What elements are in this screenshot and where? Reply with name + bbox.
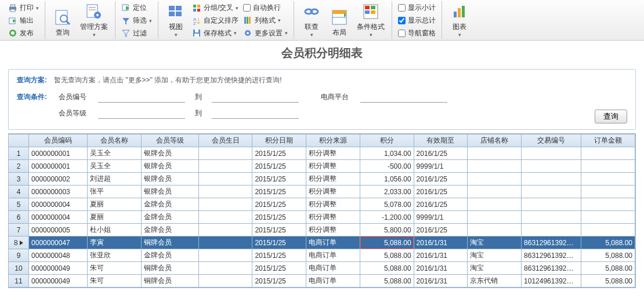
col-header-1[interactable]: 会员名称	[88, 134, 142, 147]
cell-shop[interactable]	[468, 198, 522, 211]
link-big-button[interactable]: 联查▾	[298, 1, 325, 39]
cell-bd[interactable]	[198, 262, 252, 275]
cell-name[interactable]: 朱可	[88, 262, 142, 275]
col-header-8[interactable]: 店铺名称	[468, 134, 522, 147]
filter2-button[interactable]: 过滤	[119, 27, 154, 39]
table-row[interactable]: 20000000001吴玉全银牌会员2015/1/25积分调整-500.0099…	[9, 160, 635, 173]
sort-button[interactable]: AZ自定义排序	[190, 15, 241, 27]
member-level-to-input[interactable]	[212, 107, 299, 119]
view-big-button[interactable]: 视图▾	[162, 1, 190, 39]
cell-code[interactable]: 0000000049	[29, 262, 88, 275]
cell-txn[interactable]: 86312961392…	[522, 249, 581, 262]
cell-date[interactable]: 2015/1/25	[252, 236, 306, 249]
cell-src[interactable]: 电商订单	[306, 275, 360, 288]
col-header-0[interactable]: 会员编码	[29, 134, 88, 147]
cell-bd[interactable]	[198, 249, 252, 262]
cell-name[interactable]: 夏丽	[88, 211, 142, 224]
col-header-2[interactable]: 会员等级	[141, 134, 198, 147]
cell-src[interactable]: 积分调整	[306, 198, 360, 211]
condfmt-big-button[interactable]: 条件格式▾	[353, 1, 388, 39]
cell-shop[interactable]	[468, 160, 522, 173]
cell-lvl[interactable]: 银牌会员	[141, 185, 198, 198]
cell-exp[interactable]: 9999/1/1	[414, 160, 468, 173]
cell-exp[interactable]: 2016/1/25	[414, 147, 468, 160]
cell-code[interactable]: 0000000049	[29, 275, 88, 288]
table-row[interactable]: 40000000003张平银牌会员2015/1/25积分调整2,033.0020…	[9, 185, 635, 198]
cell-code[interactable]: 0000000003	[29, 185, 88, 198]
table-row[interactable]: 60000000004夏丽金牌会员2015/1/25积分调整-1,200.009…	[9, 211, 635, 224]
cell-bd[interactable]	[198, 185, 252, 198]
cell-name[interactable]: 夏丽	[88, 198, 142, 211]
cell-code[interactable]: 0000000002	[29, 173, 88, 185]
cell-pts[interactable]: 1,034.00	[360, 147, 414, 160]
cell-lvl[interactable]: 铜牌会员	[141, 236, 198, 249]
print-button[interactable]: 打印▾	[6, 2, 41, 14]
cell-txn[interactable]: 86312961392…	[522, 262, 581, 275]
col-header-5[interactable]: 积分来源	[306, 134, 360, 147]
cell-lvl[interactable]: 金牌会员	[141, 249, 198, 262]
more-button[interactable]: 更多设置▾	[241, 27, 290, 39]
cell-exp[interactable]: 2016/1/31	[414, 262, 468, 275]
savefmt-button[interactable]: 保存格式▾	[190, 27, 241, 39]
cell-amt[interactable]	[581, 173, 635, 185]
autowrap-check[interactable]: 自动换行	[241, 2, 290, 14]
cell-src[interactable]: 积分调整	[306, 224, 360, 236]
cell-shop[interactable]: 淘宝	[468, 249, 522, 262]
publish-button[interactable]: 发布	[6, 27, 41, 39]
cell-name[interactable]: 张亚欣	[88, 249, 142, 262]
cell-date[interactable]: 2015/1/25	[252, 262, 306, 275]
cell-code[interactable]: 0000000005	[29, 224, 88, 236]
cell-pts[interactable]: 5,088.00	[360, 275, 414, 288]
cell-amt[interactable]: 5,088.00	[581, 236, 635, 249]
layout-big-button[interactable]: 布局	[325, 1, 353, 39]
locate-button[interactable]: 定位	[119, 2, 154, 14]
cell-shop[interactable]: 淘宝	[468, 262, 522, 275]
cell-lvl[interactable]: 银牌会员	[141, 147, 198, 160]
cell-shop[interactable]	[468, 224, 522, 236]
colfmt-button[interactable]: 列格式▾	[241, 15, 290, 27]
col-header-10[interactable]: 订单金额	[581, 134, 635, 147]
cell-date[interactable]: 2015/1/25	[252, 224, 306, 236]
cell-code[interactable]: 0000000004	[29, 198, 88, 211]
table-row[interactable]: 8 0000000047李寅铜牌会员2015/1/25电商订单5,088.002…	[9, 236, 635, 249]
cell-txn[interactable]: 10124961392…	[522, 275, 581, 288]
cell-name[interactable]: 杜小姐	[88, 224, 142, 236]
cell-shop[interactable]	[468, 211, 522, 224]
member-id-to-input[interactable]	[212, 91, 299, 103]
cell-pts[interactable]: 5,088.00	[360, 262, 414, 275]
cell-lvl[interactable]: 银牌会员	[141, 160, 198, 173]
cell-src[interactable]: 积分调整	[306, 147, 360, 160]
subtotal-check[interactable]: 显示小计	[396, 2, 438, 14]
table-row[interactable]: 110000000049朱可铜牌会员2015/1/25电商订单5,088.002…	[9, 275, 635, 288]
cell-pts[interactable]: -500.00	[360, 160, 414, 173]
cell-date[interactable]: 2015/1/25	[252, 160, 306, 173]
cell-lvl[interactable]: 金牌会员	[141, 211, 198, 224]
cell-amt[interactable]	[581, 160, 635, 173]
cell-bd[interactable]	[198, 236, 252, 249]
table-row[interactable]: 70000000005杜小姐金牌会员2015/1/25积分调整5,800.002…	[9, 224, 635, 236]
cell-txn[interactable]	[522, 147, 581, 160]
cell-name[interactable]: 张平	[88, 185, 142, 198]
cell-exp[interactable]: 2016/1/25	[414, 185, 468, 198]
cell-src[interactable]: 电商订单	[306, 262, 360, 275]
cell-pts[interactable]: 1,056.00	[360, 173, 414, 185]
cell-date[interactable]: 2015/1/25	[252, 147, 306, 160]
cell-date[interactable]: 2015/1/25	[252, 198, 306, 211]
cell-pts[interactable]: 5,800.00	[360, 224, 414, 236]
cell-src[interactable]: 积分调整	[306, 211, 360, 224]
cell-shop[interactable]: 京东代销	[468, 275, 522, 288]
cell-exp[interactable]: 2016/1/25	[414, 198, 468, 211]
cell-code[interactable]: 0000000048	[29, 249, 88, 262]
cell-txn[interactable]	[522, 173, 581, 185]
col-header-4[interactable]: 积分日期	[252, 134, 306, 147]
cell-txn[interactable]	[522, 185, 581, 198]
cell-shop[interactable]	[468, 185, 522, 198]
cell-bd[interactable]	[198, 147, 252, 160]
cell-date[interactable]: 2015/1/25	[252, 185, 306, 198]
cell-name[interactable]: 朱可	[88, 275, 142, 288]
cell-exp[interactable]: 9999/1/1	[414, 211, 468, 224]
cell-code[interactable]: 0000000001	[29, 160, 88, 173]
cell-shop[interactable]	[468, 147, 522, 160]
member-id-from-input[interactable]	[98, 91, 185, 103]
table-row[interactable]: 100000000049朱可铜牌会员2015/1/25电商订单5,088.002…	[9, 262, 635, 275]
